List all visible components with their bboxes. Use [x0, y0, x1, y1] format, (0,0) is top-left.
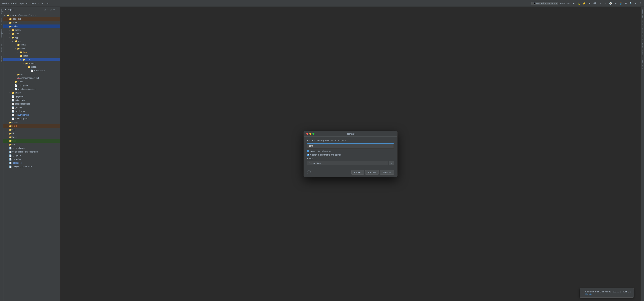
undo-icon[interactable]: ↩ [614, 2, 617, 5]
panel-action-locate[interactable]: ⊞ [44, 8, 46, 11]
tree-item-test[interactable]: › 📁 test [3, 139, 60, 143]
tree-item-app[interactable]: ▾ 📁 app [3, 36, 60, 39]
tree-item-dart-tool[interactable]: › 📁 .dart_tool [3, 17, 60, 21]
tree-item-gradlew[interactable]: 📄 gradlew [3, 106, 60, 109]
breadcrumb-main[interactable]: main [31, 2, 36, 5]
tree-item-com[interactable]: ▾ 📁 com [3, 58, 60, 61]
breadcrumb-com[interactable]: com [45, 2, 49, 5]
notification-icon: ℹ [582, 290, 584, 294]
tree-item-src[interactable]: ▾ 📁 src [3, 39, 60, 43]
right-item-flutter-inspector[interactable]: Flutter Inspector [642, 43, 644, 57]
right-item-adw-wifi[interactable]: ADW Wi-Fi [642, 59, 644, 70]
tree-item-gradlew-bat[interactable]: 📄 gradlew.bat [3, 109, 60, 113]
refactor-button[interactable]: Refactor [380, 170, 394, 175]
history-icon[interactable]: 🕐 [608, 2, 613, 5]
sidebar-item-favorites[interactable]: Favorites [1, 55, 3, 64]
search-everywhere-icon[interactable]: 🔍 [629, 2, 633, 5]
traffic-lights [306, 133, 314, 135]
run-icon[interactable]: ▶ [572, 2, 575, 5]
tree-item-assets[interactable]: › 📁 assets [3, 120, 60, 124]
tree-item-flutter-plugins[interactable]: 📄 flutter-plugins [3, 146, 60, 150]
breadcrumb-src[interactable]: src [26, 2, 29, 5]
stop-icon[interactable]: ⏹ [588, 2, 591, 5]
run-button[interactable]: main.dart [560, 2, 571, 5]
tree-item-settings-gradle[interactable]: 📄 settings.gradle [3, 117, 60, 120]
tree-item-gradle-android[interactable]: › 📁 gradle [3, 28, 60, 32]
panel-action-settings[interactable]: ⚙ [53, 8, 55, 11]
tree-item-erestro-inner[interactable]: ▾ 📁 erestro [3, 65, 60, 69]
breadcrumb: erestro › android › app › src › main › k… [2, 2, 49, 5]
preview-button[interactable]: Preview [365, 170, 379, 175]
maximize-button[interactable] [312, 133, 314, 135]
tree-item-gradle-root[interactable]: › 📁 gradle [3, 91, 60, 95]
tree-item-debug[interactable]: › 📁 debug [3, 43, 60, 47]
settings-icon[interactable]: ⚙ [634, 2, 638, 5]
tree-item-google-services[interactable]: 📄 google-services.json [3, 87, 60, 91]
search-references-label: Search for references [310, 150, 331, 153]
tree-item-flutter-plugins-dep[interactable]: 📄 flutter-plugins-dependencies [3, 150, 60, 154]
search-references-row: Search for references [307, 150, 394, 153]
debug-icon[interactable]: 🐛 [576, 2, 581, 5]
panel-action-close[interactable]: — [56, 8, 59, 11]
tree-item-res[interactable]: › 📁 res [3, 73, 60, 76]
search-comments-checkbox[interactable] [307, 154, 309, 156]
breadcrumb-erestro[interactable]: erestro [2, 2, 9, 5]
close-button[interactable] [306, 133, 308, 135]
panel-action-collapse[interactable]: ≡ [47, 8, 49, 11]
tree-item-build-gradle-root[interactable]: 📄 build.gradle [3, 98, 60, 102]
rename-input[interactable] [307, 143, 394, 148]
sidebar-item-pull-requests[interactable]: Pull Requests [1, 28, 3, 41]
scope-browse-button[interactable]: ... [389, 161, 394, 165]
help-icon[interactable]: ? [639, 2, 642, 5]
right-item-flutter-outline[interactable]: Flutter Outline [642, 28, 644, 41]
tree-item-java[interactable]: › 📁 java [3, 50, 60, 54]
tree-item-lib[interactable]: › 📁 lib [3, 132, 60, 135]
sidebar-item-commit[interactable]: Commit [1, 18, 3, 26]
git-check2[interactable]: ✓ [604, 2, 607, 5]
search-references-checkbox[interactable] [307, 150, 309, 152]
notification-update-link[interactable]: Update... [585, 293, 594, 295]
layout-icon[interactable]: ⊞ [624, 2, 628, 5]
sidebar-item-project[interactable]: Project [1, 8, 3, 15]
tree-item-androidmanifest[interactable]: 🤖 AndroidManifest.xml [3, 76, 60, 80]
tree-item-ios[interactable]: › 📁 ios [3, 128, 60, 132]
breadcrumb-kotlin[interactable]: kotlin [38, 2, 43, 5]
minimize-button[interactable] [310, 133, 312, 135]
tree-item-build-gradle-app[interactable]: 📄 build.gradle [3, 84, 60, 87]
dialog-help-button[interactable]: ? [307, 170, 311, 174]
tree-item-idea[interactable]: › 📁 .idea [3, 21, 60, 25]
tree-item-idea-android[interactable]: › 📁 .idea [3, 32, 60, 36]
panel-header: ▾ Project ⊞ ≡ ⊟ ⚙ — [3, 7, 60, 13]
tree-item-linux[interactable]: › 📁 linux [3, 135, 60, 139]
right-item-flutter-performance[interactable]: Flutter Performance [642, 8, 644, 26]
sidebar-item-structure[interactable]: Structure [1, 44, 3, 53]
device-selector[interactable]: 📱 <no device selected> ▾ [532, 2, 558, 5]
panel-action-expand[interactable]: ⊟ [50, 8, 52, 11]
tree-item-build[interactable]: › 📁 build [3, 124, 60, 128]
tree-item-metadata[interactable]: 📄 .metadata [3, 157, 60, 161]
git-check1[interactable]: ✓ [599, 2, 602, 5]
tree-item-root[interactable]: ▾ 📁 erestro ~/Documents/erestro [3, 14, 60, 17]
profile-icon[interactable]: ⚡ [582, 2, 586, 5]
tree-item-analysis-options[interactable]: 📄 analysis_options.yaml [3, 165, 60, 168]
cancel-button[interactable]: Cancel [351, 170, 364, 175]
tree-item-gitignore-android[interactable]: 📄 .gitignore [3, 95, 60, 98]
dialog-title: Rename [316, 133, 386, 135]
tree-item-wrteam[interactable]: ▾ 📁 wrteam [3, 61, 60, 65]
tree-item-android[interactable]: ▾ 📁 android [3, 25, 60, 28]
device-mirror-icon[interactable]: 📱 [619, 2, 623, 5]
tree-item-main[interactable]: ▾ 📁 main [3, 47, 60, 50]
search-comments-label: Search in comments and strings [310, 154, 342, 156]
tree-item-mainactivity[interactable]: 📄 MainActivity [3, 69, 60, 73]
tree-item-local-properties[interactable]: 📄 local.properties [3, 113, 60, 117]
tree-item-profile[interactable]: › 📁 profile [3, 80, 60, 84]
tree-item-kotlin[interactable]: ▾ 📁 kotlin [3, 54, 60, 58]
breadcrumb-app[interactable]: app [20, 2, 24, 5]
panel-dropdown-icon[interactable]: ▾ [5, 9, 6, 11]
breadcrumb-android[interactable]: android [11, 2, 18, 5]
tree-item-gradle-properties[interactable]: 📄 gradle.properties [3, 102, 60, 106]
tree-item-packages[interactable]: 📄 .packages [3, 161, 60, 165]
tree-item-web[interactable]: › 📁 web [3, 143, 60, 146]
scope-select[interactable]: Project Files ▾ [307, 161, 388, 165]
tree-item-gitignore-root[interactable]: 📄 .gitignore [3, 154, 60, 157]
